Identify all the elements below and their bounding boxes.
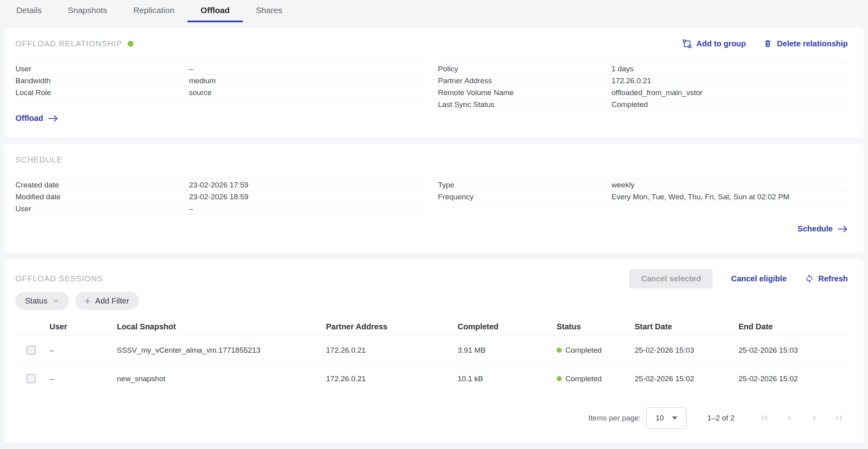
cell-start-date: 25-02-2026 15:03 — [635, 346, 738, 355]
row-checkbox[interactable] — [27, 374, 36, 383]
schedule-card: SCHEDULE Created date23-02-2026 17:59 Mo… — [4, 144, 864, 253]
table-row: – SSSV_my_vCenter_alma_vm.1771855213 172… — [15, 336, 848, 365]
add-filter-chip[interactable]: + Add Filter — [75, 292, 139, 310]
trash-icon — [763, 39, 772, 48]
last-page-icon[interactable] — [834, 413, 844, 423]
cell-partner-address: 172.26.0.21 — [326, 346, 458, 355]
field-label: Type — [438, 181, 612, 189]
field-value: source — [189, 88, 212, 97]
green-dot-icon — [557, 348, 562, 353]
relationship-fields-right: Policy1 days Partner Address172.26.0.21 … — [438, 63, 848, 111]
field-value: medium — [189, 76, 216, 85]
add-to-group-button[interactable]: Add to group — [683, 39, 746, 48]
add-filter-label: Add Filter — [95, 296, 129, 306]
field-label: Policy — [438, 65, 612, 73]
offload-sessions-card: OFFLOAD SESSIONS Cancel selected Cancel … — [4, 259, 864, 443]
table-header-row: User Local Snapshot Partner Address Comp… — [15, 318, 848, 336]
field-row: Policy1 days — [438, 63, 848, 75]
schedule-fields-left: Created date23-02-2026 17:59 Modified da… — [15, 179, 425, 215]
cell-start-date: 25-02-2026 15:02 — [635, 374, 738, 383]
delete-relationship-label: Delete relationship — [777, 39, 848, 48]
column-header-partner-address: Partner Address — [326, 322, 458, 331]
tab-offload[interactable]: Offload — [187, 0, 243, 22]
items-per-page-select[interactable]: 10 — [646, 407, 687, 429]
field-row: User– — [15, 203, 425, 215]
schedule-title: SCHEDULE — [15, 155, 63, 164]
field-label: Local Role — [15, 88, 189, 97]
refresh-button[interactable]: Refresh — [805, 274, 848, 283]
column-header-user: User — [50, 322, 117, 331]
field-value: weekly — [612, 181, 635, 189]
cell-local-snapshot: new_snapshot — [117, 374, 326, 383]
offload-link[interactable]: Offload — [15, 114, 58, 123]
cancel-selected-button[interactable]: Cancel selected — [629, 269, 713, 289]
schedule-link-label: Schedule — [797, 224, 833, 233]
field-label: Created date — [15, 181, 189, 189]
items-per-page-label: Items per page: — [588, 414, 641, 422]
field-value: Every Mon, Tue, Wed, Thu, Fri, Sat, Sun … — [612, 193, 790, 201]
volume-tab-bar: Details Snapshots Replication Offload Sh… — [0, 0, 868, 23]
cell-status: Completed — [557, 346, 635, 355]
field-label: Frequency — [438, 193, 612, 201]
offload-sessions-title: OFFLOAD SESSIONS — [15, 274, 103, 283]
field-label: Last Sync Status — [438, 100, 612, 109]
cell-status: Completed — [557, 374, 635, 383]
items-per-page-value: 10 — [656, 414, 664, 422]
field-value: – — [189, 65, 193, 73]
field-row: Modified date23-02-2026 18:59 — [15, 191, 425, 203]
column-header-status: Status — [557, 322, 635, 331]
chevron-down-icon — [52, 297, 59, 304]
field-value: 172.26.0.21 — [612, 76, 651, 85]
tab-details[interactable]: Details — [3, 0, 55, 22]
table-row: – new_snapshot 172.26.0.21 10.1 kB Compl… — [15, 365, 848, 393]
caret-down-icon — [672, 417, 677, 420]
cell-completed: 10.1 kB — [458, 374, 557, 383]
field-row: User– — [15, 63, 425, 75]
field-label: User — [15, 65, 189, 73]
schedule-fields-right: Typeweekly FrequencyEvery Mon, Tue, Wed,… — [438, 179, 848, 203]
offload-relationship-card: OFFLOAD RELATIONSHIP Add to group Delete… — [4, 28, 864, 138]
cell-user: – — [50, 346, 117, 355]
field-label: Modified date — [15, 193, 189, 201]
status-text: Completed — [565, 374, 602, 383]
cell-user: – — [50, 374, 117, 383]
cancel-eligible-button[interactable]: Cancel eligible — [731, 274, 786, 283]
field-label: Remote Volume Name — [438, 88, 612, 97]
field-row: Remote Volume Nameoffloaded_from_main_vs… — [438, 87, 848, 99]
field-row: Last Sync StatusCompleted — [438, 99, 848, 111]
field-value: 1 days — [612, 65, 634, 73]
tab-replication[interactable]: Replication — [120, 0, 187, 22]
pagination-bar: Items per page: 10 1–2 of 2 — [15, 407, 848, 429]
status-text: Completed — [565, 346, 602, 355]
status-filter-label: Status — [25, 296, 48, 306]
row-checkbox[interactable] — [27, 346, 36, 355]
first-page-icon[interactable] — [760, 413, 770, 423]
field-label: Bandwidth — [15, 76, 189, 85]
field-value: – — [189, 204, 193, 213]
arrow-right-icon — [837, 225, 848, 233]
sync-icon — [805, 274, 814, 283]
chevron-left-icon[interactable] — [784, 413, 795, 423]
green-dot-icon — [557, 376, 562, 381]
field-row: Bandwidthmedium — [15, 75, 425, 87]
chevron-right-icon[interactable] — [809, 413, 819, 423]
tab-snapshots[interactable]: Snapshots — [55, 0, 120, 22]
column-header-completed: Completed — [458, 322, 557, 331]
tab-shares[interactable]: Shares — [243, 0, 296, 22]
cell-completed: 3.91 MB — [458, 346, 557, 355]
column-header-end-date: End Date — [738, 322, 848, 331]
field-label: Partner Address — [438, 76, 612, 85]
status-filter-chip[interactable]: Status — [15, 292, 69, 310]
cell-local-snapshot: SSSV_my_vCenter_alma_vm.1771855213 — [117, 346, 326, 355]
column-header-local-snapshot: Local Snapshot — [117, 322, 326, 331]
offload-relationship-title: OFFLOAD RELATIONSHIP — [15, 39, 134, 48]
section-title-text: OFFLOAD RELATIONSHIP — [15, 39, 122, 48]
field-value: Completed — [612, 100, 648, 109]
field-row: Local Rolesource — [15, 87, 425, 99]
relationship-fields-left: User– Bandwidthmedium Local Rolesource — [15, 63, 425, 99]
cell-end-date: 25-02-2026 15:03 — [738, 346, 848, 355]
cell-partner-address: 172.26.0.21 — [326, 374, 458, 383]
delete-relationship-button[interactable]: Delete relationship — [763, 39, 848, 48]
schedule-link[interactable]: Schedule — [797, 224, 848, 233]
add-to-group-label: Add to group — [696, 39, 746, 48]
